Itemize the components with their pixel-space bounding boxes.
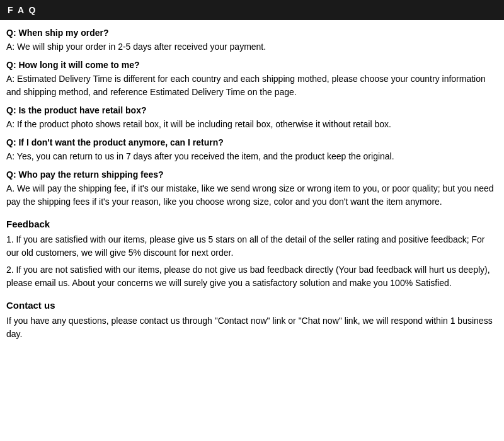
question-3: Q: Is the product have retail box? — [6, 105, 498, 115]
question-1: Q: When ship my order? — [6, 28, 498, 38]
faq-item-2: Q: How long it will come to me? A: Estim… — [6, 60, 498, 99]
question-4: Q: If I don't want the product anymore, … — [6, 137, 498, 147]
faq-title: F A Q — [8, 5, 37, 15]
faq-item-1: Q: When ship my order? A: We will ship y… — [6, 28, 498, 54]
question-2: Q: How long it will come to me? — [6, 60, 498, 70]
answer-2: A: Estimated Delivery Time is different … — [6, 72, 498, 99]
feedback-section: Feedback 1. If you are satisfied with ou… — [6, 219, 498, 290]
contact-section: Contact us If you have any questions, pl… — [6, 300, 498, 341]
feedback-title: Feedback — [6, 219, 498, 229]
main-content: Q: When ship my order? A: We will ship y… — [0, 28, 504, 347]
faq-item-5: Q: Who pay the return shipping fees? A. … — [6, 169, 498, 209]
answer-4: A: Yes, you can return to us in 7 days a… — [6, 150, 498, 163]
faq-header-bar: F A Q — [0, 0, 504, 20]
faq-item-3: Q: Is the product have retail box? A: If… — [6, 105, 498, 131]
answer-3: A: If the product photo shows retail box… — [6, 118, 498, 131]
contact-text: If you have any questions, please contac… — [6, 314, 498, 341]
contact-title: Contact us — [6, 300, 498, 311]
feedback-item-1: 1. If you are satisfied with our items, … — [6, 233, 498, 260]
faq-section: Q: When ship my order? A: We will ship y… — [6, 28, 498, 209]
faq-item-4: Q: If I don't want the product anymore, … — [6, 137, 498, 163]
answer-5: A. We will pay the shipping fee, if it's… — [6, 182, 498, 209]
feedback-item-2: 2. If you are not satisfied with our ite… — [6, 263, 498, 290]
answer-1: A: We will ship your order in 2-5 days a… — [6, 40, 498, 54]
question-5: Q: Who pay the return shipping fees? — [6, 169, 498, 180]
